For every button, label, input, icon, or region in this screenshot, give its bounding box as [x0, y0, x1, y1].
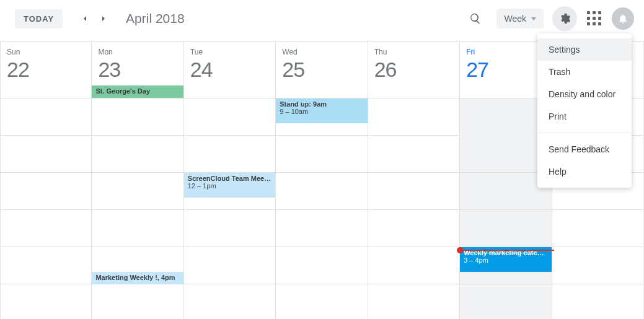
day-number: 24 — [190, 58, 269, 82]
menu-separator — [537, 133, 632, 133]
event-marketing-weekly[interactable]: Marketing Weekly !, 4pm — [92, 272, 183, 284]
view-select[interactable]: Week — [496, 9, 544, 28]
day-of-week-label: Sun — [7, 48, 85, 56]
event-time: 3 – 4pm — [464, 256, 547, 264]
notifications-button[interactable] — [612, 7, 634, 30]
bell-icon — [617, 13, 629, 24]
day-number: 26 — [374, 58, 453, 82]
search-icon — [469, 12, 482, 25]
day-header: Wed 25 — [276, 42, 367, 98]
menu-item-feedback[interactable]: Send Feedback — [537, 138, 632, 160]
day-column-mon[interactable]: Mon 23 St. George's Day Marketing Weekly… — [92, 42, 183, 319]
event-team-meeting[interactable]: ScreenCloud Team Meeting 12 – 1pm — [184, 173, 275, 198]
now-indicator — [460, 250, 554, 251]
day-header: Thu 26 — [368, 42, 459, 98]
prev-period-button[interactable] — [76, 10, 94, 27]
day-number: 23 — [98, 58, 177, 82]
view-select-label: Week — [504, 14, 526, 24]
event-marketing-catchup[interactable]: Weekly marketing catch up 3 – 4pm — [460, 247, 551, 272]
menu-item-help[interactable]: Help — [537, 160, 632, 183]
event-time: 9 – 10am — [280, 108, 363, 115]
menu-item-density[interactable]: Density and color — [537, 83, 632, 105]
event-standup[interactable]: Stand up: 9am 9 – 10am — [276, 98, 367, 123]
apps-button[interactable] — [582, 6, 607, 31]
day-number: 27 — [466, 58, 545, 82]
search-button[interactable] — [463, 6, 488, 31]
settings-menu: Settings Trash Density and color Print S… — [537, 33, 632, 188]
day-number: 22 — [7, 58, 85, 82]
day-of-week-label: Thu — [374, 48, 453, 56]
day-of-week-label: Tue — [190, 48, 269, 56]
day-header: Sun 22 — [1, 42, 91, 98]
period-title: April 2018 — [126, 11, 185, 26]
menu-item-settings[interactable]: Settings — [537, 38, 632, 61]
today-button[interactable]: TODAY — [15, 9, 63, 28]
day-header: Tue 24 — [184, 42, 275, 98]
chevron-right-icon — [99, 14, 108, 24]
day-column-tue[interactable]: Tue 24 ScreenCloud Team Meeting 12 – 1pm — [184, 42, 276, 319]
event-time: 12 – 1pm — [188, 182, 271, 190]
menu-item-trash[interactable]: Trash — [537, 61, 632, 83]
day-of-week-label: Wed — [282, 48, 361, 56]
day-column-sun[interactable]: Sun 22 — [0, 42, 92, 319]
day-of-week-label: Fri — [466, 48, 545, 56]
apps-grid-icon — [587, 11, 602, 26]
event-title: Stand up: 9am — [280, 100, 327, 108]
chevron-left-icon — [80, 14, 90, 24]
allday-event[interactable]: St. George's Day — [92, 85, 183, 98]
next-period-button[interactable] — [95, 10, 112, 27]
menu-item-print[interactable]: Print — [537, 105, 632, 128]
event-title: ScreenCloud Team Meeting — [188, 175, 275, 182]
day-column-thu[interactable]: Thu 26 — [368, 42, 460, 319]
day-column-wed[interactable]: Wed 25 Stand up: 9am 9 – 10am — [276, 42, 368, 319]
nav-arrows — [76, 10, 112, 27]
day-header: Mon 23 St. George's Day — [92, 42, 183, 98]
settings-button[interactable] — [552, 6, 577, 31]
day-number: 25 — [282, 58, 361, 82]
chevron-down-icon — [531, 17, 536, 20]
gear-icon — [558, 12, 571, 25]
day-of-week-label: Mon — [98, 48, 177, 56]
